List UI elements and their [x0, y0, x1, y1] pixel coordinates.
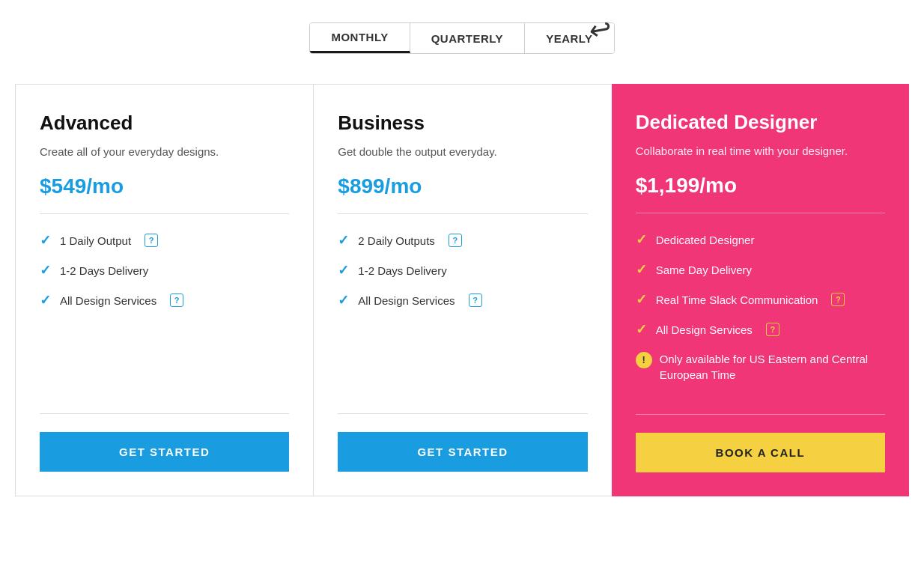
dedicated-divider: [636, 213, 885, 213]
business-divider: [338, 213, 587, 214]
feature-text: 2 Daily Outputs: [358, 234, 435, 247]
feature-text: 1-2 Days Delivery: [60, 264, 148, 277]
feature-text: 1-2 Days Delivery: [358, 264, 446, 277]
billing-toggle-wrapper: MONTHLY QUARTERLY YEARLY ↩: [15, 22, 909, 54]
feature-item: ✓ 1 Daily Output ?: [40, 232, 289, 249]
card-dedicated: Dedicated Designer Collaborate in real t…: [612, 84, 909, 496]
check-icon: ✓: [338, 232, 349, 249]
dedicated-price: $1,199/mo: [636, 174, 885, 198]
check-icon: ✓: [636, 321, 647, 338]
feature-text: Same Day Delivery: [656, 264, 752, 276]
feature-text: 1 Daily Output: [60, 234, 131, 247]
tab-monthly[interactable]: MONTHLY: [310, 23, 410, 53]
business-cta-button[interactable]: GET STARTED: [338, 432, 587, 472]
tab-quarterly[interactable]: QUARTERLY: [410, 23, 525, 53]
feature-item: ✓ All Design Services ?: [636, 321, 885, 338]
advanced-divider-bottom: [40, 413, 289, 414]
business-title: Business: [338, 112, 587, 135]
q-icon[interactable]: ?: [170, 293, 183, 307]
cards-container: Advanced Create all of your everyday des…: [15, 84, 909, 496]
check-icon: ✓: [40, 262, 51, 279]
warning-icon: !: [636, 352, 652, 368]
card-business: Business Get double the output everyday.…: [313, 84, 611, 496]
check-icon: ✓: [40, 292, 51, 308]
advanced-subtitle: Create all of your everyday designs.: [40, 144, 289, 159]
business-price: $899/mo: [338, 174, 587, 198]
feature-text: All Design Services: [358, 294, 455, 307]
feature-item: ✓ Real Time Slack Communication ?: [636, 291, 885, 308]
feature-text: All Design Services: [656, 323, 753, 336]
dedicated-features: ✓ Dedicated Designer ✓ Same Day Delivery…: [636, 231, 885, 396]
feature-text: Real Time Slack Communication: [656, 293, 818, 306]
warning-item: ! Only available for US Eastern and Cent…: [636, 351, 885, 383]
feature-item: ✓ All Design Services ?: [338, 292, 587, 308]
advanced-title: Advanced: [40, 112, 289, 135]
feature-item: ✓ Dedicated Designer: [636, 231, 885, 248]
check-icon: ✓: [636, 231, 647, 248]
check-icon: ✓: [636, 291, 647, 308]
feature-text: All Design Services: [60, 294, 156, 307]
advanced-features: ✓ 1 Daily Output ? ✓ 1-2 Days Delivery ✓…: [40, 232, 289, 395]
dedicated-cta-button[interactable]: BOOK A CALL: [636, 433, 885, 472]
feature-item: ✓ 2 Daily Outputs ?: [338, 232, 587, 249]
feature-text: Dedicated Designer: [656, 234, 755, 246]
check-icon: ✓: [338, 292, 349, 308]
check-icon: ✓: [636, 261, 647, 278]
billing-toggle: MONTHLY QUARTERLY YEARLY: [309, 22, 614, 54]
dedicated-subtitle: Collaborate in real time with your desig…: [636, 143, 885, 159]
q-icon[interactable]: ?: [145, 234, 158, 247]
business-features: ✓ 2 Daily Outputs ? ✓ 1-2 Days Delivery …: [338, 232, 587, 395]
q-icon[interactable]: ?: [831, 293, 845, 306]
feature-item: ✓ Same Day Delivery: [636, 261, 885, 278]
advanced-cta-button[interactable]: GET STARTED: [40, 432, 289, 472]
warning-text: Only available for US Eastern and Centra…: [660, 351, 885, 383]
feature-item: ✓ All Design Services ?: [40, 292, 289, 308]
q-icon[interactable]: ?: [469, 293, 482, 307]
q-icon[interactable]: ?: [766, 323, 779, 336]
dedicated-title: Dedicated Designer: [636, 111, 885, 134]
feature-item: ✓ 1-2 Days Delivery: [338, 262, 587, 279]
q-icon[interactable]: ?: [449, 234, 462, 247]
card-advanced: Advanced Create all of your everyday des…: [15, 84, 313, 496]
business-subtitle: Get double the output everyday.: [338, 144, 587, 159]
business-divider-bottom: [338, 413, 587, 414]
arrow-decoration: ↩: [587, 15, 614, 46]
dedicated-divider-bottom: [636, 414, 885, 415]
feature-item: ✓ 1-2 Days Delivery: [40, 262, 289, 279]
advanced-divider: [40, 213, 289, 214]
advanced-price: $549/mo: [40, 174, 289, 198]
check-icon: ✓: [338, 262, 349, 279]
check-icon: ✓: [40, 232, 51, 249]
